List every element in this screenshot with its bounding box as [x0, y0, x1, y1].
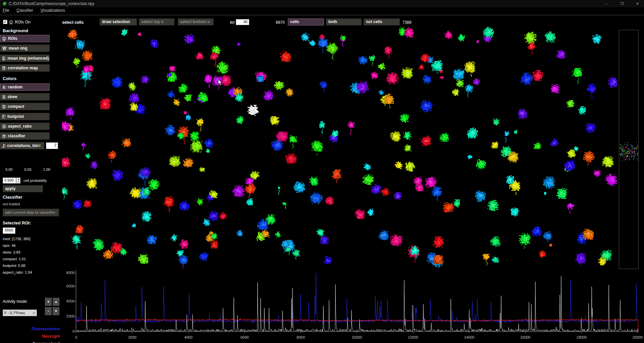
app-icon: [2, 1, 7, 6]
roi-stat: skew: 3.89: [3, 250, 32, 257]
window-title: C:/DATA/BootCamp/mesoscope_cortex/stat.n…: [9, 1, 94, 6]
minimap-canvas[interactable]: [619, 30, 638, 269]
background-option[interactable]: Q: ROIs: [0, 35, 50, 42]
menu-bar: FileClassifierVisualizations: [3, 8, 65, 13]
background-options: Q: ROIsW: mean imgE: mean img (enhanced)…: [0, 35, 50, 74]
correlations-bin-input[interactable]: 2: [46, 142, 58, 149]
minimize-button[interactable]: –: [599, 0, 614, 7]
menu-item[interactable]: Classifier: [16, 8, 33, 13]
colors-option[interactable]: H: classifier: [0, 132, 50, 140]
background-header: Background: [3, 28, 28, 33]
colors-option[interactable]: F: footprint: [0, 113, 50, 120]
roi-stat: footprint: 0.98: [3, 264, 32, 270]
close-button[interactable]: ✕: [630, 0, 644, 7]
minimap-frame[interactable]: [619, 30, 639, 269]
roi-field-canvas[interactable]: [62, 27, 617, 269]
y-tick-label: 4000: [0, 299, 74, 303]
y-tick-label: 2000: [0, 314, 74, 318]
x-tick-label: 4000: [184, 335, 193, 339]
both-button[interactable]: both: [326, 18, 362, 25]
legend-entry: Neuropil: [0, 333, 60, 340]
x-tick-label: 8000: [297, 335, 305, 339]
menu-item[interactable]: Visualizations: [41, 8, 65, 13]
rois-on-checkbox[interactable]: ✓: [3, 20, 7, 24]
colors-header: Colors: [3, 76, 16, 81]
x-tick-label: 0: [75, 335, 77, 339]
colors-option[interactable]: D: compact: [0, 103, 50, 110]
trace-plot-canvas[interactable]: [73, 269, 640, 334]
correlations-button[interactable]: J: correlations, bin=: [0, 142, 44, 149]
scale-label: 1.00: [43, 167, 50, 172]
cells-count: 6670: [276, 20, 285, 25]
cells-button[interactable]: cells: [288, 18, 324, 25]
roi-stat: npix: 46: [3, 244, 32, 250]
y-tick-label: 8000: [0, 271, 74, 275]
rois-on-label: O: ROIs On: [9, 20, 31, 24]
x-tick-label: 2000: [128, 335, 136, 339]
colors-option[interactable]: A: random: [0, 83, 50, 91]
step-down-icon[interactable]: ▼: [16, 181, 20, 183]
toolbar-separator: [0, 15, 644, 15]
cell-probability-stepper[interactable]: ▲▼: [16, 178, 20, 184]
menu-item[interactable]: File: [3, 8, 9, 13]
trace-legend: FluorescenceNeuropilDeconvolved: [0, 325, 60, 343]
classifier-status: not loaded: [3, 202, 20, 206]
apply-button[interactable]: apply: [3, 185, 43, 192]
n-label: n=: [230, 20, 235, 25]
title-bar: C:/DATA/BootCamp/mesoscope_cortex/stat.n…: [0, 0, 644, 7]
mouse-cursor: [218, 79, 223, 86]
cell-probability-input[interactable]: 0.500: [3, 178, 16, 184]
not-cells-count: 7388: [402, 20, 412, 25]
y-tick-label: 6000: [0, 284, 74, 288]
colors-options: A: randomS: skewD: compactF: footprintG:…: [0, 83, 50, 142]
selected-roi-input[interactable]: 6550: [3, 227, 15, 234]
colors-option[interactable]: G: aspect_ratio: [0, 123, 50, 130]
background-option[interactable]: R: correlation map: [0, 64, 50, 72]
y-tick-label: 0: [0, 329, 74, 333]
selected-roi-header: Selected ROI:: [3, 220, 31, 225]
x-tick-label: 10000: [352, 335, 362, 339]
x-tick-label: 16000: [520, 335, 531, 339]
draw-selection-button[interactable]: draw selection: [100, 18, 137, 25]
select-top-n-button[interactable]: select top n: [139, 18, 174, 25]
x-tick-label: 6000: [240, 335, 249, 339]
scale-label: 0.50: [24, 167, 31, 172]
x-tick-label: 20000: [633, 335, 643, 339]
roi-stat: med: [1738, 380]: [3, 237, 32, 244]
select-cells-label: select cells: [62, 20, 84, 25]
colors-option[interactable]: S: skew: [0, 93, 50, 100]
background-option[interactable]: W: mean img: [0, 45, 50, 52]
maximize-button[interactable]: ❐: [614, 0, 630, 7]
select-bottom-n-button[interactable]: select bottom n: [178, 18, 214, 25]
color-scale-labels: 0.000.501.00: [5, 167, 50, 172]
roi-stat: compact: 1.01: [3, 257, 32, 264]
add-classifier-button[interactable]: add current data to classifier: [3, 209, 59, 216]
background-option[interactable]: E: mean img (enhanced): [0, 55, 50, 62]
cell-probability-label: cell probability: [23, 179, 47, 183]
legend-entry: Deconvolved: [0, 340, 60, 343]
n-input[interactable]: 40: [236, 19, 249, 25]
x-tick-label: 14000: [464, 335, 475, 339]
x-tick-label: 18000: [576, 335, 587, 339]
not-cells-button[interactable]: not cells: [364, 18, 400, 25]
classifier-header: Classifier: [3, 195, 22, 200]
step-up-icon[interactable]: ▲: [16, 178, 20, 181]
x-tick-label: 12000: [408, 335, 418, 339]
scale-label: 0.00: [5, 167, 12, 172]
